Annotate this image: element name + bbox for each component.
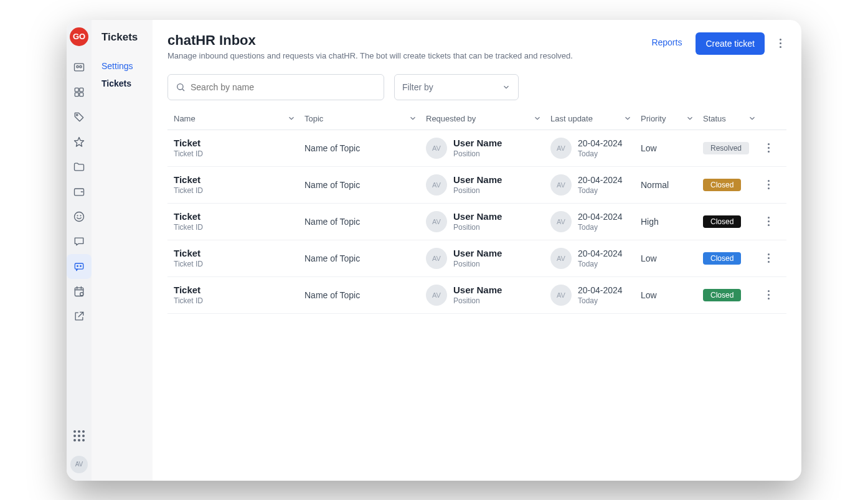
requester-position: Position bbox=[453, 296, 502, 305]
svg-point-1 bbox=[77, 65, 78, 67]
avatar: AV bbox=[426, 248, 447, 269]
search-input[interactable] bbox=[191, 82, 376, 92]
current-user-avatar[interactable]: AV bbox=[70, 456, 88, 473]
filter-dropdown[interactable]: Filter by bbox=[394, 74, 519, 100]
avatar: AV bbox=[426, 138, 447, 159]
col-status[interactable]: Status bbox=[703, 114, 765, 123]
subnav-link-settings[interactable]: Settings bbox=[101, 61, 143, 71]
update-date: 20-04-2024 bbox=[578, 248, 623, 258]
svg-rect-5 bbox=[75, 92, 78, 96]
requester-name: User Name bbox=[453, 248, 502, 258]
chevron-down-icon bbox=[623, 114, 632, 123]
reports-button[interactable]: Reports bbox=[648, 32, 686, 52]
avatar: AV bbox=[550, 174, 572, 196]
col-requested-by[interactable]: Requested by bbox=[426, 114, 550, 123]
subnav-link-tickets[interactable]: Tickets bbox=[101, 78, 143, 88]
create-ticket-button[interactable]: Create ticket bbox=[696, 32, 765, 55]
table-row[interactable]: TicketTicket IDName of TopicAVUser NameP… bbox=[167, 130, 786, 167]
update-time: Today bbox=[578, 260, 623, 268]
ticket-title: Ticket bbox=[174, 174, 296, 185]
rail-external-icon[interactable] bbox=[67, 304, 92, 329]
status-badge: Closed bbox=[703, 252, 741, 265]
svg-point-15 bbox=[80, 265, 82, 267]
avatar: AV bbox=[426, 174, 447, 196]
table-row[interactable]: TicketTicket IDName of TopicAVUser NameP… bbox=[167, 277, 786, 314]
priority-value: High bbox=[641, 217, 659, 227]
rail-wallet-icon[interactable] bbox=[67, 179, 92, 204]
col-name[interactable]: Name bbox=[174, 114, 304, 123]
page-more-button[interactable] bbox=[775, 32, 786, 54]
requester-name: User Name bbox=[453, 285, 502, 295]
rail-folder-icon[interactable] bbox=[67, 154, 92, 179]
update-date: 20-04-2024 bbox=[578, 138, 623, 148]
ticket-title: Ticket bbox=[174, 285, 296, 295]
svg-rect-3 bbox=[75, 88, 78, 92]
avatar: AV bbox=[550, 211, 572, 232]
ticket-topic: Name of Topic bbox=[304, 143, 360, 153]
svg-rect-6 bbox=[80, 92, 83, 96]
requester-name: User Name bbox=[453, 211, 502, 222]
rail-users-icon[interactable] bbox=[67, 55, 92, 80]
priority-value: Normal bbox=[641, 180, 669, 190]
app-logo[interactable]: GO bbox=[70, 27, 88, 46]
rail-smile-icon[interactable] bbox=[67, 204, 92, 229]
ticket-id: Ticket ID bbox=[174, 186, 296, 195]
table-row[interactable]: TicketTicket IDName of TopicAVUser NameP… bbox=[167, 240, 786, 277]
rail-tag-icon[interactable] bbox=[67, 105, 92, 130]
subnav-title: Tickets bbox=[101, 31, 143, 44]
avatar: AV bbox=[426, 211, 447, 232]
update-time: Today bbox=[578, 223, 623, 232]
row-more-button[interactable] bbox=[765, 177, 771, 192]
update-date: 20-04-2024 bbox=[578, 285, 623, 295]
rail-calendar-icon[interactable] bbox=[67, 279, 92, 304]
ticket-title: Ticket bbox=[174, 248, 296, 258]
avatar: AV bbox=[550, 285, 572, 306]
search-field[interactable] bbox=[167, 74, 384, 100]
col-last-update[interactable]: Last update bbox=[550, 114, 641, 123]
col-topic[interactable]: Topic bbox=[304, 114, 426, 123]
requester-name: User Name bbox=[453, 174, 502, 185]
status-badge: Closed bbox=[703, 215, 741, 228]
update-date: 20-04-2024 bbox=[578, 175, 623, 185]
chevron-down-icon bbox=[748, 114, 757, 123]
icon-rail: GO AV bbox=[67, 20, 92, 481]
svg-point-10 bbox=[75, 212, 84, 221]
subnav: Tickets SettingsTickets bbox=[92, 20, 153, 481]
ticket-topic: Name of Topic bbox=[304, 253, 360, 263]
table-row[interactable]: TicketTicket IDName of TopicAVUser NameP… bbox=[167, 167, 786, 204]
rail-chat-icon[interactable] bbox=[67, 229, 92, 254]
requester-position: Position bbox=[453, 186, 502, 195]
update-time: Today bbox=[578, 296, 623, 305]
rail-grid-icon[interactable] bbox=[67, 80, 92, 105]
status-badge: Resolved bbox=[703, 142, 749, 154]
row-more-button[interactable] bbox=[765, 288, 771, 302]
page-title: chatHR Inbox bbox=[167, 32, 638, 49]
svg-point-11 bbox=[77, 215, 78, 215]
svg-point-18 bbox=[177, 83, 183, 89]
row-more-button[interactable] bbox=[765, 251, 771, 265]
chevron-down-icon bbox=[686, 114, 694, 123]
apps-grid-button[interactable] bbox=[67, 423, 92, 448]
requester-name: User Name bbox=[453, 138, 502, 148]
svg-point-2 bbox=[80, 65, 82, 67]
ticket-id: Ticket ID bbox=[174, 149, 296, 158]
svg-rect-4 bbox=[80, 88, 83, 92]
rail-star-icon[interactable] bbox=[67, 130, 92, 154]
row-more-button[interactable] bbox=[765, 214, 771, 229]
col-priority[interactable]: Priority bbox=[641, 114, 703, 123]
update-date: 20-04-2024 bbox=[578, 212, 623, 222]
chevron-down-icon bbox=[502, 83, 511, 92]
svg-point-17 bbox=[80, 292, 83, 295]
row-more-button[interactable] bbox=[765, 141, 771, 155]
main-content: chatHR Inbox Manage inbound questions an… bbox=[153, 20, 801, 481]
table-row[interactable]: TicketTicket IDName of TopicAVUser NameP… bbox=[167, 204, 786, 240]
update-time: Today bbox=[578, 149, 623, 158]
status-badge: Closed bbox=[703, 179, 741, 191]
priority-value: Low bbox=[641, 253, 657, 263]
svg-rect-16 bbox=[75, 288, 83, 296]
requester-position: Position bbox=[453, 149, 502, 158]
ticket-id: Ticket ID bbox=[174, 260, 296, 268]
rail-chatbot-icon[interactable] bbox=[67, 254, 92, 279]
page-subtitle: Manage inbound questions and requests vi… bbox=[167, 51, 638, 60]
page-header: chatHR Inbox Manage inbound questions an… bbox=[167, 32, 786, 60]
